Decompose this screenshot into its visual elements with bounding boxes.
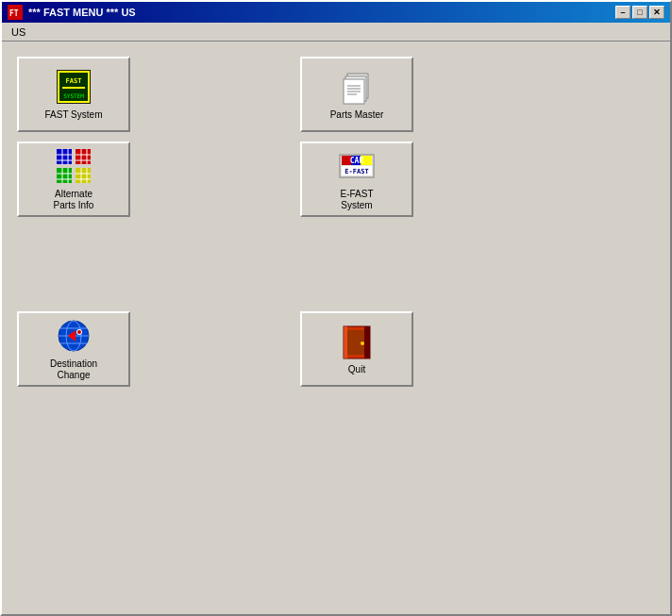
fast-system-button[interactable]: FAST SYSTEM FAST System xyxy=(17,57,130,132)
quit-label: Quit xyxy=(348,364,365,375)
alternate-parts-button[interactable]: AlternateParts Info xyxy=(17,142,130,217)
parts-master-icon xyxy=(338,68,376,106)
destination-change-icon xyxy=(55,317,92,355)
svg-text:SYSTEM: SYSTEM xyxy=(63,92,84,99)
window-title: *** FAST MENU *** US xyxy=(28,7,136,18)
svg-text:CAR: CAR xyxy=(350,157,364,165)
svg-rect-29 xyxy=(76,168,91,183)
efast-system-icon: CAR E-FAST xyxy=(338,147,376,185)
alternate-parts-icon xyxy=(55,147,92,185)
svg-rect-24 xyxy=(57,168,72,183)
efast-system-label: E-FASTSystem xyxy=(340,189,373,211)
destination-change-button[interactable]: DestinationChange xyxy=(17,311,130,387)
svg-text:E-FAST: E-FAST xyxy=(344,168,368,175)
quit-icon xyxy=(338,323,376,360)
content-area: FAST SYSTEM FAST System xyxy=(2,42,670,614)
empty-cell-2 xyxy=(300,226,413,302)
destination-change-label: DestinationChange xyxy=(50,358,97,381)
svg-text:FT: FT xyxy=(9,9,19,18)
main-window: FT *** FAST MENU *** US – □ ✕ US FAST SY… xyxy=(0,0,672,616)
fast-system-label: FAST System xyxy=(45,109,103,121)
minimize-button[interactable]: – xyxy=(615,6,630,19)
quit-button[interactable]: Quit xyxy=(300,311,413,387)
menu-bar: US xyxy=(2,23,670,42)
svg-rect-52 xyxy=(364,326,370,358)
svg-rect-5 xyxy=(62,87,85,89)
svg-rect-14 xyxy=(57,149,72,164)
close-button[interactable]: ✕ xyxy=(649,6,664,19)
title-bar-left: FT *** FAST MENU *** US xyxy=(8,5,136,20)
svg-point-48 xyxy=(77,330,81,334)
fast-system-icon: FAST SYSTEM xyxy=(55,68,92,106)
svg-point-51 xyxy=(361,341,364,345)
svg-text:FAST: FAST xyxy=(66,77,82,85)
title-bar: FT *** FAST MENU *** US – □ ✕ xyxy=(2,2,670,23)
empty-cell-1 xyxy=(17,226,130,302)
svg-rect-19 xyxy=(76,149,91,164)
alternate-parts-label: AlternateParts Info xyxy=(54,189,94,211)
parts-master-label: Parts Master xyxy=(330,109,384,121)
title-bar-buttons: – □ ✕ xyxy=(615,6,664,19)
app-icon: FT xyxy=(8,5,23,20)
menu-item-us[interactable]: US xyxy=(6,25,31,40)
efast-system-button[interactable]: CAR E-FAST E-FASTSystem xyxy=(300,142,413,217)
svg-rect-53 xyxy=(344,326,347,358)
maximize-button[interactable]: □ xyxy=(632,6,647,19)
parts-master-button[interactable]: Parts Master xyxy=(300,57,413,132)
